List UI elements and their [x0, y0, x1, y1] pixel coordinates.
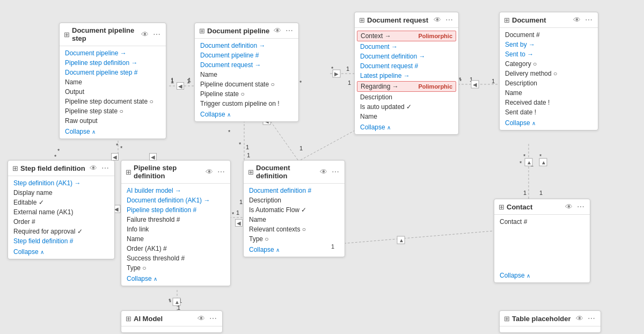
card-title: Document — [512, 16, 570, 24]
multiplicity-label: * — [539, 153, 541, 159]
field-label: Context → — [361, 32, 391, 40]
field-row[interactable]: Document pipeline # — [195, 50, 298, 60]
card-title: AI Model — [134, 315, 194, 323]
field-row: Category ○ — [500, 59, 598, 69]
multiplicity-label: 1 — [492, 78, 495, 84]
multiplicity-label: 1 — [331, 243, 334, 250]
card-contact: ⊞ Contact 👁 ⋯ Contact # Collapse — [494, 199, 590, 283]
card-header-doc-pipeline-step: ⊞ Document pipeline step 👁 ⋯ — [60, 23, 166, 46]
chevron-up-icon — [387, 124, 391, 131]
field-row[interactable]: Document definition # — [244, 186, 345, 195]
field-row[interactable]: Document pipeline → — [60, 48, 166, 58]
eye-button[interactable]: 👁 — [319, 168, 328, 176]
card-doc-definition: ⊞ Document definition 👁 ⋯ Document defin… — [243, 160, 345, 257]
entity-icon: ⊞ — [126, 315, 131, 323]
field-row: Is auto updated ✓ — [355, 102, 458, 112]
more-button[interactable]: ⋯ — [208, 314, 218, 323]
card-title: Step field definition — [20, 164, 86, 172]
collapse-button[interactable]: Collapse — [8, 246, 114, 258]
field-row-failure-threshold: Failure threshold # — [121, 215, 230, 224]
multiplicity-label: 1 — [177, 304, 180, 311]
field-row[interactable]: Sent to → — [500, 49, 598, 59]
svg-text:▲: ▲ — [526, 159, 532, 165]
field-row[interactable]: Document pipeline step # — [60, 68, 166, 77]
eye-button[interactable]: 👁 — [572, 16, 582, 24]
card-title: Contact — [507, 203, 562, 211]
more-button[interactable]: ⋯ — [331, 168, 340, 176]
more-button[interactable]: ⋯ — [284, 26, 294, 35]
field-row: Editable ✓ — [8, 198, 114, 207]
svg-text:1: 1 — [299, 145, 303, 151]
multiplicity-label: 1 — [239, 199, 243, 205]
field-row: Name — [121, 234, 230, 244]
eye-button[interactable]: 👁 — [273, 26, 282, 35]
svg-text:*: * — [331, 66, 334, 72]
more-button[interactable]: ⋯ — [444, 16, 454, 24]
more-button[interactable]: ⋯ — [576, 202, 586, 211]
field-row[interactable]: Document request → — [195, 60, 298, 70]
more-button[interactable]: ⋯ — [216, 168, 226, 176]
eye-button[interactable]: 👁 — [204, 168, 214, 176]
field-row[interactable]: Document → — [355, 42, 458, 52]
field-row: Description — [244, 195, 345, 205]
field-row: Name — [500, 88, 598, 98]
multiplicity-label: 1 — [247, 152, 250, 158]
entity-icon: ⊞ — [199, 27, 205, 35]
entity-icon: ⊞ — [126, 168, 131, 176]
eye-button[interactable]: 👁 — [140, 30, 150, 39]
more-button[interactable]: ⋯ — [100, 164, 110, 172]
card-title: Document pipeline — [207, 27, 270, 35]
svg-text:1: 1 — [470, 76, 473, 83]
card-body: Step definition (AK1) → Display name Edi… — [8, 176, 114, 259]
multiplicity-label: * — [54, 154, 56, 160]
more-button[interactable]: ⋯ — [587, 314, 596, 323]
svg-text:▶: ▶ — [334, 71, 339, 77]
card-doc-pipeline-step: ⊞ Document pipeline step 👁 ⋯ Document pi… — [59, 23, 166, 139]
eye-button[interactable]: 👁 — [196, 314, 206, 323]
svg-text:◀: ◀ — [473, 82, 477, 88]
more-button[interactable]: ⋯ — [584, 16, 594, 24]
field-row[interactable]: Sent by → — [500, 40, 598, 49]
card-header-ai-model: ⊞ AI Model 👁 ⋯ — [121, 311, 222, 326]
card-body: Document # Sent by → Sent to → Category … — [500, 28, 598, 130]
field-row[interactable]: Document definition → — [195, 41, 298, 50]
multiplicity-label: * — [459, 78, 462, 84]
collapse-button[interactable]: Collapse — [244, 244, 345, 256]
card-header-document: ⊞ Document 👁 ⋯ — [500, 12, 598, 28]
polymorphic-badge: Polimorphic — [418, 33, 452, 39]
field-row[interactable]: Document request # — [355, 61, 458, 71]
field-row[interactable]: Step definition (AK1) → — [8, 178, 114, 188]
field-row[interactable]: Pipeline step definition # — [121, 205, 230, 215]
collapse-button[interactable]: Collapse — [494, 270, 590, 281]
field-row[interactable]: AI builder model → — [121, 186, 230, 195]
card-doc-request: ⊞ Document request 👁 ⋯ Context → Polimor… — [354, 12, 459, 135]
field-row[interactable]: Step field definition # — [8, 236, 114, 246]
entity-icon: ⊞ — [504, 315, 510, 323]
field-row: Pipeline step document state ○ — [60, 97, 166, 106]
collapse-button[interactable]: Collapse — [195, 108, 298, 120]
polymorphic-badge: Polimorphic — [418, 83, 452, 90]
field-row[interactable]: Latest pipeline → — [355, 71, 458, 81]
chevron-up-icon — [153, 275, 157, 282]
collapse-button[interactable]: Collapse — [500, 117, 598, 129]
field-row-success-threshold: Success threshold # — [121, 253, 230, 263]
field-row[interactable]: Document definition → — [355, 52, 458, 61]
eye-button[interactable]: 👁 — [575, 314, 584, 323]
more-button[interactable]: ⋯ — [152, 30, 162, 39]
card-ai-model: ⊞ AI Model 👁 ⋯ — [121, 310, 223, 333]
multiplicity-label: 1 — [171, 77, 174, 83]
eye-button[interactable]: 👁 — [433, 16, 442, 24]
connector-handle: ◀ — [177, 82, 184, 90]
connector-handle: ◀ — [149, 153, 157, 161]
field-label: Regarding → — [361, 83, 399, 90]
field-row[interactable]: Pipeline step definition → — [60, 58, 166, 68]
field-row[interactable]: Document definition (AK1) → — [121, 195, 230, 205]
eye-button[interactable]: 👁 — [564, 202, 574, 211]
card-body: Document definition # Description Is Aut… — [244, 184, 345, 257]
collapse-button[interactable]: Collapse — [60, 126, 166, 137]
collapse-button[interactable]: Collapse — [121, 273, 230, 285]
eye-button[interactable]: 👁 — [89, 164, 98, 172]
collapse-button[interactable]: Collapse — [355, 121, 458, 133]
entity-icon: ⊞ — [504, 16, 510, 24]
svg-text:*: * — [120, 145, 123, 151]
